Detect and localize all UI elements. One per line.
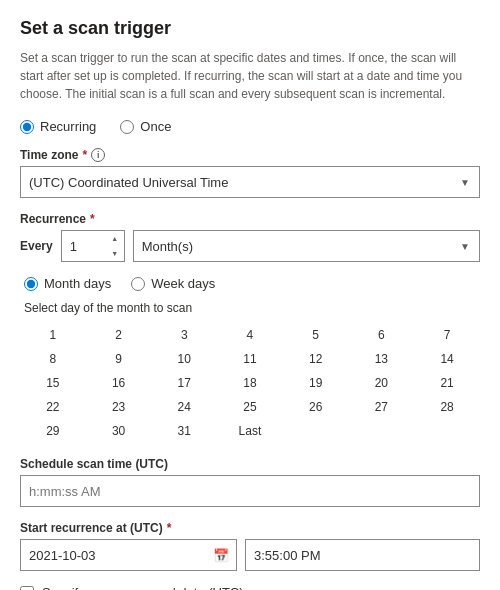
start-recurrence-row: 📅 bbox=[20, 539, 480, 571]
timezone-select-wrapper: (UTC) Coordinated Universal Time(UTC-05:… bbox=[20, 166, 480, 198]
week-days-label: Week days bbox=[151, 276, 215, 291]
period-select-wrapper: Month(s) Day(s) Week(s) Year(s) ▼ bbox=[133, 230, 480, 262]
recurrence-type-group: Recurring Once bbox=[20, 119, 480, 134]
start-time-input[interactable] bbox=[245, 539, 480, 571]
calendar-day[interactable]: 26 bbox=[283, 395, 349, 419]
calendar-grid: 1234567891011121314151617181920212223242… bbox=[20, 323, 480, 443]
spin-up-button[interactable]: ▲ bbox=[107, 231, 123, 246]
page-title: Set a scan trigger bbox=[20, 18, 480, 39]
calendar-label: Select day of the month to scan bbox=[24, 301, 480, 315]
calendar-day[interactable]: 18 bbox=[217, 371, 283, 395]
month-days-radio-label[interactable]: Month days bbox=[24, 276, 111, 291]
schedule-time-input[interactable] bbox=[20, 475, 480, 507]
calendar-day[interactable]: 17 bbox=[151, 371, 217, 395]
calendar-day[interactable]: 4 bbox=[217, 323, 283, 347]
calendar-day[interactable]: 29 bbox=[20, 419, 86, 443]
calendar-day[interactable]: 3 bbox=[151, 323, 217, 347]
calendar-day[interactable]: 9 bbox=[86, 347, 152, 371]
month-days-label: Month days bbox=[44, 276, 111, 291]
calendar-day[interactable]: 21 bbox=[414, 371, 480, 395]
calendar-day[interactable]: 7 bbox=[414, 323, 480, 347]
end-date-row: Specify recurrence end date (UTC) bbox=[20, 585, 480, 590]
calendar-day[interactable]: 2 bbox=[86, 323, 152, 347]
recurrence-required: * bbox=[90, 212, 95, 226]
timezone-select[interactable]: (UTC) Coordinated Universal Time(UTC-05:… bbox=[20, 166, 480, 198]
calendar-day[interactable]: Last bbox=[217, 419, 283, 443]
calendar-day[interactable]: 19 bbox=[283, 371, 349, 395]
calendar-day[interactable]: 20 bbox=[349, 371, 415, 395]
recurrence-row: Every ▲ ▼ Month(s) Day(s) Week(s) Year(s… bbox=[20, 230, 480, 262]
schedule-label: Schedule scan time (UTC) bbox=[20, 457, 480, 471]
calendar-day[interactable]: 27 bbox=[349, 395, 415, 419]
once-radio-label[interactable]: Once bbox=[120, 119, 171, 134]
calendar-day[interactable]: 22 bbox=[20, 395, 86, 419]
calendar-day[interactable]: 14 bbox=[414, 347, 480, 371]
recurrence-label: Recurrence * bbox=[20, 212, 480, 226]
week-days-radio[interactable] bbox=[131, 277, 145, 291]
calendar-day[interactable]: 10 bbox=[151, 347, 217, 371]
spin-buttons: ▲ ▼ bbox=[107, 231, 123, 261]
recurring-radio[interactable] bbox=[20, 120, 34, 134]
page-description: Set a scan trigger to run the scan at sp… bbox=[20, 49, 480, 103]
start-recurrence-required: * bbox=[167, 521, 172, 535]
timezone-required: * bbox=[82, 148, 87, 162]
calendar-day[interactable]: 11 bbox=[217, 347, 283, 371]
start-recurrence-label: Start recurrence at (UTC) * bbox=[20, 521, 480, 535]
calendar-day bbox=[283, 419, 349, 443]
start-date-input[interactable] bbox=[20, 539, 237, 571]
recurrence-number-wrapper: ▲ ▼ bbox=[61, 230, 125, 262]
calendar-day[interactable]: 15 bbox=[20, 371, 86, 395]
calendar-day[interactable]: 25 bbox=[217, 395, 283, 419]
week-days-radio-label[interactable]: Week days bbox=[131, 276, 215, 291]
calendar-day[interactable]: 23 bbox=[86, 395, 152, 419]
calendar-day[interactable]: 13 bbox=[349, 347, 415, 371]
date-input-wrapper: 📅 bbox=[20, 539, 237, 571]
calendar-day[interactable]: 5 bbox=[283, 323, 349, 347]
recurring-radio-label[interactable]: Recurring bbox=[20, 119, 96, 134]
calendar-section: Select day of the month to scan 12345678… bbox=[20, 301, 480, 443]
calendar-day[interactable]: 16 bbox=[86, 371, 152, 395]
calendar-day[interactable]: 28 bbox=[414, 395, 480, 419]
spin-down-button[interactable]: ▼ bbox=[107, 246, 123, 261]
timezone-info-icon[interactable]: i bbox=[91, 148, 105, 162]
calendar-day bbox=[414, 419, 480, 443]
recurring-label: Recurring bbox=[40, 119, 96, 134]
calendar-day[interactable]: 31 bbox=[151, 419, 217, 443]
period-select[interactable]: Month(s) Day(s) Week(s) Year(s) bbox=[133, 230, 480, 262]
calendar-day[interactable]: 6 bbox=[349, 323, 415, 347]
every-label: Every bbox=[20, 239, 53, 253]
calendar-day[interactable]: 24 bbox=[151, 395, 217, 419]
calendar-day[interactable]: 1 bbox=[20, 323, 86, 347]
once-label: Once bbox=[140, 119, 171, 134]
calendar-day bbox=[349, 419, 415, 443]
schedule-section: Schedule scan time (UTC) bbox=[20, 457, 480, 507]
calendar-day[interactable]: 30 bbox=[86, 419, 152, 443]
timezone-label: Time zone * i bbox=[20, 148, 480, 162]
calendar-day[interactable]: 12 bbox=[283, 347, 349, 371]
month-days-radio[interactable] bbox=[24, 277, 38, 291]
once-radio[interactable] bbox=[120, 120, 134, 134]
end-date-checkbox[interactable] bbox=[20, 586, 34, 591]
end-date-label: Specify recurrence end date (UTC) bbox=[42, 585, 244, 590]
calendar-day[interactable]: 8 bbox=[20, 347, 86, 371]
day-type-group: Month days Week days bbox=[24, 276, 480, 291]
